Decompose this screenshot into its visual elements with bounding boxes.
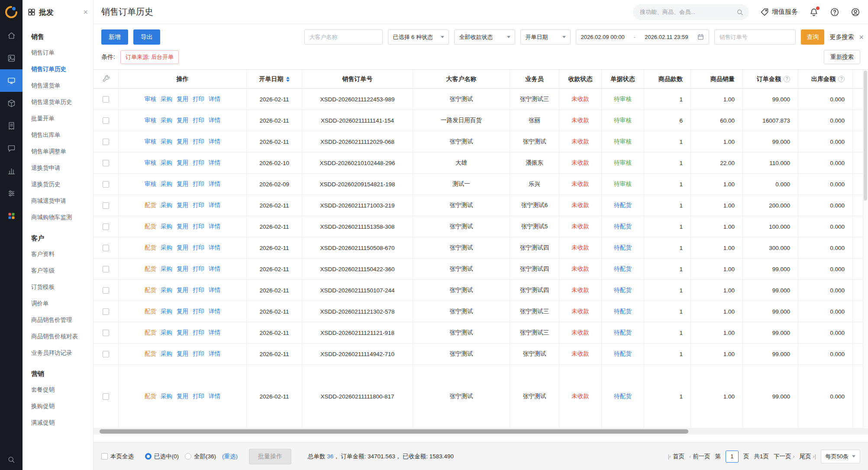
reports-icon[interactable] (0, 159, 23, 182)
row-action[interactable]: 详情 (209, 201, 220, 209)
sidebar-item[interactable]: 销售单调整单 (23, 143, 93, 160)
sidebar-item[interactable]: 销售出库单 (23, 127, 93, 143)
row-action[interactable]: 采购 (161, 392, 172, 400)
row-action[interactable]: 复用 (177, 244, 188, 252)
app-logo[interactable] (0, 0, 23, 24)
row-checkbox[interactable] (103, 202, 109, 209)
horizontal-scrollbar-thumb[interactable] (100, 429, 688, 434)
row-action[interactable]: 详情 (209, 180, 220, 188)
row-action[interactable]: 打印 (193, 95, 204, 103)
row-action[interactable]: 配货 (145, 201, 156, 209)
row-action[interactable]: 详情 (209, 223, 220, 230)
add-button[interactable]: 新增 (101, 29, 128, 45)
row-action[interactable]: 复用 (177, 265, 188, 273)
search-icon[interactable] (736, 8, 744, 16)
row-action[interactable]: 详情 (209, 244, 220, 252)
row-action[interactable]: 复用 (177, 180, 188, 188)
row-action[interactable]: 打印 (193, 244, 204, 252)
sidebar-close-icon[interactable]: × (83, 8, 88, 16)
row-action[interactable]: 打印 (193, 201, 204, 209)
sidebar-item[interactable]: 销售退货单历史 (23, 94, 93, 110)
row-action[interactable]: 复用 (177, 138, 188, 146)
row-action[interactable]: 复用 (177, 350, 188, 358)
row-checkbox[interactable] (103, 245, 109, 251)
sidebar-item[interactable]: 商品销售价核对表 (23, 328, 93, 345)
row-action[interactable]: 配货 (145, 223, 156, 230)
rail-search-icon[interactable] (7, 455, 16, 464)
sidebar-item[interactable]: 商城购物车监测 (23, 209, 93, 226)
date-range-picker[interactable]: 2026.02.09 00:00 - 2026.02.11 23:59 (576, 29, 709, 45)
first-page-button[interactable]: |‹首页 (668, 453, 684, 460)
row-action[interactable]: 采购 (161, 159, 172, 167)
row-action[interactable]: 审核 (145, 159, 156, 167)
wholesale-workbench-icon[interactable] (0, 69, 23, 92)
row-action[interactable]: 复用 (177, 201, 188, 209)
column-header-date[interactable]: 开单日期 (247, 70, 302, 88)
row-action[interactable]: 打印 (193, 329, 204, 337)
row-checkbox[interactable] (103, 117, 109, 124)
row-action[interactable]: 采购 (161, 329, 172, 337)
help-icon[interactable] (830, 7, 839, 17)
row-action[interactable]: 详情 (209, 286, 220, 294)
vertical-scrollbar-thumb[interactable] (864, 71, 867, 201)
goods-icon[interactable] (0, 92, 23, 114)
sidebar-item[interactable]: 满减促销 (23, 415, 93, 431)
row-action[interactable]: 详情 (209, 95, 220, 103)
sidebar-item[interactable]: 套餐促销 (23, 382, 93, 398)
sidebar-item[interactable]: 商城退货申请 (23, 193, 93, 209)
select-all-checkbox[interactable]: 本页全选 (101, 453, 134, 460)
more-search-link[interactable]: 更多搜索 (829, 33, 854, 41)
row-action[interactable]: 详情 (209, 392, 220, 400)
row-action[interactable]: 复用 (177, 117, 188, 124)
help-icon[interactable]: ? (784, 76, 790, 82)
sidebar-item[interactable]: 销售退货单 (23, 78, 93, 94)
row-action[interactable]: 采购 (161, 265, 172, 273)
sidebar-item[interactable]: 业务员拜访记录 (23, 345, 93, 361)
user-avatar-icon[interactable] (851, 7, 860, 17)
sidebar-item[interactable]: 销售订单 (23, 45, 93, 61)
row-action[interactable]: 详情 (209, 350, 220, 358)
row-checkbox[interactable] (103, 308, 109, 315)
row-action[interactable]: 审核 (145, 180, 156, 188)
row-checkbox[interactable] (103, 351, 109, 357)
row-action[interactable]: 复用 (177, 159, 188, 167)
row-action[interactable]: 复用 (177, 308, 188, 315)
sidebar-item[interactable]: 批量开单 (23, 110, 93, 127)
order-no-input[interactable] (714, 29, 796, 45)
row-action[interactable]: 详情 (209, 265, 220, 273)
row-action[interactable]: 配货 (145, 329, 156, 337)
sort-icon[interactable] (286, 77, 290, 82)
row-action[interactable]: 采购 (161, 223, 172, 230)
row-action[interactable]: 配货 (145, 244, 156, 252)
condition-tag[interactable]: 订单来源: 后台开单 (120, 50, 179, 64)
sidebar-item[interactable]: 退换货申请 (23, 160, 93, 176)
row-action[interactable]: 配货 (145, 350, 156, 358)
customer-name-input[interactable] (304, 29, 383, 45)
page-number-input[interactable] (726, 451, 739, 463)
sidebar-item[interactable]: 换购促销 (23, 398, 93, 415)
row-action[interactable]: 打印 (193, 265, 204, 273)
close-search-icon[interactable]: × (859, 33, 864, 41)
row-action[interactable]: 采购 (161, 180, 172, 188)
row-action[interactable]: 打印 (193, 223, 204, 230)
row-action[interactable]: 打印 (193, 117, 204, 124)
sidebar-item[interactable]: 商品销售价管理 (23, 312, 93, 328)
row-action[interactable]: 采购 (161, 350, 172, 358)
export-button[interactable]: 导出 (133, 29, 160, 45)
prev-page-button[interactable]: ‹前一页 (689, 453, 710, 460)
row-action[interactable]: 打印 (193, 286, 204, 294)
row-action[interactable]: 打印 (193, 180, 204, 188)
payment-status-select[interactable]: 全部收款状态 (454, 29, 515, 45)
sidebar-item[interactable]: 订货模板 (23, 279, 93, 295)
row-action[interactable]: 详情 (209, 138, 220, 146)
row-action[interactable]: 详情 (209, 159, 220, 167)
row-action[interactable]: 详情 (209, 308, 220, 315)
batch-operation-button[interactable]: 批量操作 (249, 449, 291, 464)
row-action[interactable]: 配货 (145, 308, 156, 315)
value-added-services-button[interactable]: 增值服务 (760, 8, 798, 16)
row-action[interactable]: 打印 (193, 392, 204, 400)
query-button[interactable]: 查询 (801, 29, 824, 45)
next-page-button[interactable]: 下一页› (774, 453, 795, 460)
research-button[interactable]: 重新搜索 (824, 50, 860, 64)
row-action[interactable]: 详情 (209, 117, 220, 124)
